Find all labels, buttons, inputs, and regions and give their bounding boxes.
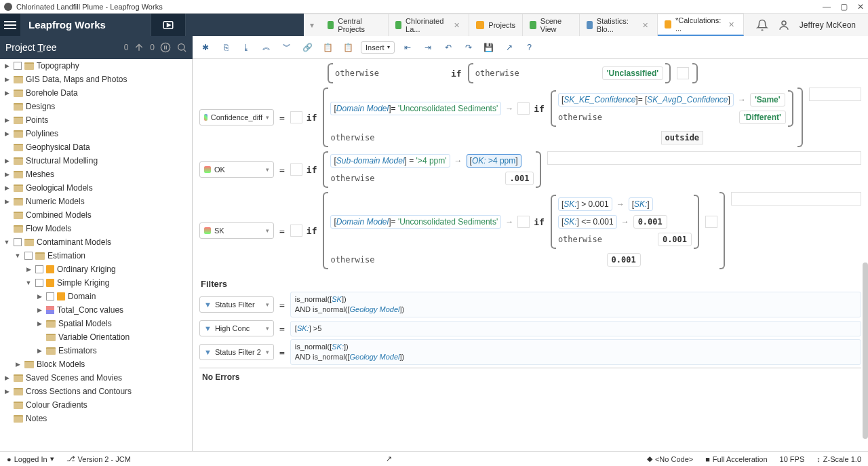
token-sk-gt[interactable]: [SK:] > 0.001 xyxy=(558,197,612,211)
header-tab[interactable]: Statistics: Blo...✕ xyxy=(580,14,658,36)
tab-close-button[interactable]: ✕ xyxy=(726,20,736,29)
help-button[interactable]: ? xyxy=(522,40,537,55)
collapse-down-button[interactable]: ︾ xyxy=(279,40,294,55)
placeholder-wide[interactable] xyxy=(547,151,861,165)
tab-dropdown[interactable]: ▾ xyxy=(304,20,321,30)
filter-code-status2[interactable]: is_normal([SK:]) AND is_normal([Geology … xyxy=(290,339,861,365)
indent-button[interactable]: ⇥ xyxy=(420,40,435,55)
tree-item[interactable]: Colour Gradients xyxy=(0,398,192,412)
expander-icon[interactable]: ▶ xyxy=(3,374,11,381)
notifications-icon[interactable] xyxy=(756,19,768,31)
token-ok-ref-highlighted[interactable]: [OK: >4 ppm] xyxy=(467,154,521,168)
tab-close-button[interactable]: ✕ xyxy=(640,21,650,30)
header-tab[interactable]: Central Projects xyxy=(321,14,389,36)
placeholder-cell[interactable] xyxy=(677,67,689,79)
visibility-checkbox[interactable] xyxy=(35,279,43,287)
project-tree[interactable]: ▶Topography▶GIS Data, Maps and Photos▶Bo… xyxy=(0,59,193,451)
expander-icon[interactable]: ▶ xyxy=(35,347,43,354)
expander-icon[interactable]: ▶ xyxy=(14,361,22,368)
search-icon[interactable] xyxy=(176,42,187,53)
status-no-code[interactable]: ◆ <No Code> xyxy=(647,454,693,463)
expander-icon[interactable]: ▶ xyxy=(35,293,43,300)
maximize-button[interactable]: ▢ xyxy=(840,2,848,12)
tree-item[interactable]: Variable Orientation xyxy=(0,330,192,344)
placeholder-cell[interactable] xyxy=(290,163,302,176)
tree-item[interactable]: Combined Models xyxy=(0,208,192,222)
header-tab[interactable]: *Calculations: ...✕ xyxy=(658,14,744,36)
placeholder-cell[interactable] xyxy=(290,225,302,237)
tree-item[interactable]: ▶Cross Sections and Contours xyxy=(0,385,192,398)
tree-item[interactable]: ▶Saved Scenes and Movies xyxy=(0,371,192,385)
placeholder-cell[interactable] xyxy=(705,216,717,228)
tree-item[interactable]: ▶Estimators xyxy=(0,344,192,357)
result-same[interactable]: 'Same' xyxy=(750,93,785,106)
status-zscale[interactable]: ↕ Z-Scale 1.0 xyxy=(816,455,861,463)
result-outside[interactable]: outside xyxy=(661,131,704,144)
filter-label-status[interactable]: ▼ Status Filter▾ xyxy=(199,296,274,313)
expander-icon[interactable]: ▶ xyxy=(35,320,43,327)
tree-item[interactable]: ▶Spatial Models xyxy=(0,317,192,330)
tree-item[interactable]: ▶Topography xyxy=(0,59,192,73)
expander-icon[interactable]: ▶ xyxy=(3,90,11,96)
close-button[interactable]: ✕ xyxy=(857,2,864,12)
expander-icon[interactable]: ▶ xyxy=(3,157,11,164)
filter-code-status[interactable]: is_normal([SK]) AND is_normal([Geology M… xyxy=(290,292,861,317)
user-avatar-icon[interactable] xyxy=(778,19,790,31)
token-domain-model[interactable]: [Domain Model]= 'Unconsolidated Sediment… xyxy=(330,102,501,115)
tree-item[interactable]: ▶Borehole Data xyxy=(0,86,192,100)
tree-item[interactable]: ▶Domain xyxy=(0,290,192,303)
visibility-checkbox[interactable] xyxy=(24,252,33,260)
link-button[interactable]: 🔗 xyxy=(300,40,315,55)
calc-label-confidence-diff[interactable]: Confidence_diff▾ xyxy=(199,109,274,125)
tree-item[interactable]: Flow Models xyxy=(0,222,192,235)
filter-code-highconc[interactable]: [SK:] >5 xyxy=(290,321,861,336)
expander-icon[interactable]: ▶ xyxy=(3,388,11,395)
header-tab[interactable]: Projects xyxy=(469,14,523,36)
clipboard-paste-button[interactable]: 📋 xyxy=(340,40,355,55)
token-domain-model-sk[interactable]: [Domain Model]= 'Unconsolidated Sediment… xyxy=(330,215,501,229)
expander-icon[interactable]: ▶ xyxy=(35,307,43,313)
tree-item[interactable]: ▶Ordinary Kriging xyxy=(0,263,192,276)
filter-label-highconc[interactable]: ▼ High Conc▾ xyxy=(199,320,274,336)
tree-item[interactable]: ▶GIS Data, Maps and Photos xyxy=(0,73,192,86)
tree-item[interactable]: ▶Block Models xyxy=(0,357,192,371)
result-0001[interactable]: 0.001 xyxy=(633,215,667,229)
placeholder-cell[interactable] xyxy=(517,102,530,115)
result-different[interactable]: 'Different' xyxy=(739,111,786,124)
tree-item[interactable]: ▶Polylines xyxy=(0,127,192,140)
expander-icon[interactable]: ▶ xyxy=(3,130,11,137)
download-button[interactable]: ⭳ xyxy=(239,40,254,55)
calculations-editor[interactable]: otherwise if otherwise'Unclassified' Con… xyxy=(193,59,868,451)
insert-dropdown[interactable]: Insert▾ xyxy=(361,41,395,54)
placeholder-cell[interactable] xyxy=(517,216,530,228)
expander-icon[interactable]: ▶ xyxy=(3,62,11,69)
visibility-checkbox[interactable] xyxy=(35,265,43,273)
pause-icon[interactable] xyxy=(160,42,171,53)
result-0001[interactable]: 0.001 xyxy=(607,253,641,267)
result-unclassified[interactable]: 'Unclassified' xyxy=(602,66,663,80)
play-button[interactable] xyxy=(151,14,186,36)
placeholder-wide[interactable] xyxy=(731,192,861,206)
tree-item[interactable]: ▼Estimation xyxy=(0,249,192,263)
tree-item[interactable]: ▶Meshes xyxy=(0,168,192,181)
expander-icon[interactable]: ▶ xyxy=(3,76,11,83)
copy-button[interactable]: ⎘ xyxy=(218,40,233,55)
token-sk-lte[interactable]: [SK:] <= 0.001 xyxy=(558,215,617,229)
tree-item[interactable]: ▶Geological Models xyxy=(0,181,192,195)
status-logged-in[interactable]: ● Logged In ▾ xyxy=(7,454,54,463)
visibility-checkbox[interactable] xyxy=(14,62,22,70)
redo-button[interactable]: ↷ xyxy=(461,40,476,55)
header-tab[interactable]: Scene View xyxy=(523,14,579,36)
result-0001[interactable]: 0.001 xyxy=(658,233,692,246)
collapse-up-button[interactable]: ︽ xyxy=(259,40,274,55)
export-button[interactable]: ↗ xyxy=(502,40,517,55)
minimize-button[interactable]: — xyxy=(823,2,831,12)
tree-item[interactable]: Designs xyxy=(0,100,192,113)
status-version[interactable]: ⎇ Version 2 - JCM xyxy=(66,454,131,463)
calc-label-sk[interactable]: SK▾ xyxy=(199,222,274,239)
clipboard-copy-button[interactable]: 📋 xyxy=(320,40,335,55)
tree-item[interactable]: ▶Numeric Models xyxy=(0,195,192,208)
expander-icon[interactable]: ▼ xyxy=(3,239,11,246)
user-name[interactable]: Jeffrey McKeon xyxy=(800,20,856,30)
status-orientation-icon[interactable]: ↗ xyxy=(386,454,392,463)
